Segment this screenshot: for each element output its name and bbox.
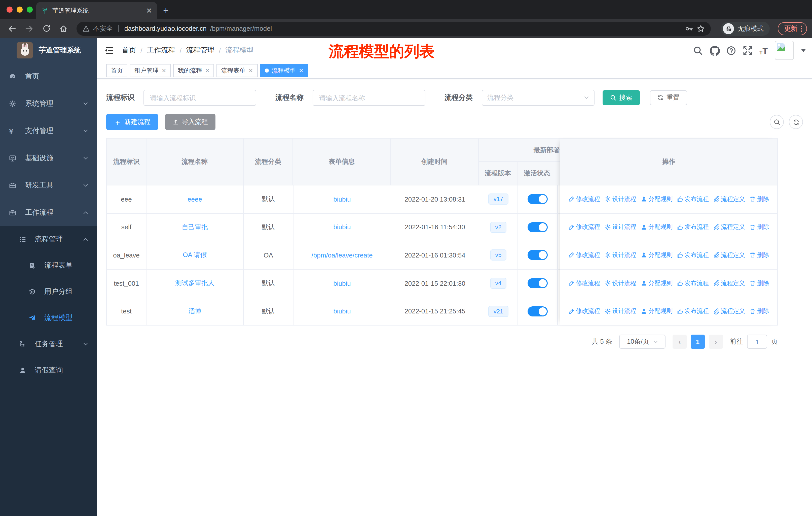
font-size-icon[interactable]: TT (759, 46, 768, 55)
tag-my-process[interactable]: 我的流程✕ (173, 64, 214, 77)
refresh-table-button[interactable] (789, 115, 803, 129)
status-toggle[interactable] (528, 194, 548, 204)
version-badge[interactable]: v17 (479, 185, 518, 213)
fullscreen-icon[interactable] (743, 46, 752, 55)
form-info-link[interactable]: /bpm/oa/leave/create (293, 241, 391, 269)
process-definition-link[interactable]: 流程定义 (713, 195, 745, 203)
tag-home[interactable]: 首页 (106, 64, 127, 77)
assign-rule-link[interactable]: 分配规则 (641, 223, 672, 232)
sidebar-item-home[interactable]: 首页 (0, 63, 97, 90)
process-name-link[interactable]: 测试多审批人 (146, 270, 244, 297)
version-badge[interactable]: v4 (479, 270, 518, 297)
form-info-link[interactable]: biubiu (293, 213, 391, 241)
status-toggle[interactable] (528, 278, 548, 288)
address-bar[interactable]: 不安全 dashboard.yudao.iocoder.cn/bpm/manag… (77, 21, 711, 35)
process-name-link[interactable]: 滔博 (146, 298, 244, 325)
sidebar-item-task-mgmt[interactable]: 任务管理 (0, 331, 97, 357)
process-name-link[interactable]: 自己审批 (146, 213, 244, 241)
design-process-link[interactable]: 设计流程 (605, 195, 636, 203)
window-close-button[interactable] (6, 6, 12, 12)
breadcrumb-item[interactable]: 工作流程 (147, 46, 175, 55)
publish-process-link[interactable]: 发布流程 (677, 307, 709, 316)
status-toggle[interactable] (528, 250, 548, 260)
breadcrumb-item[interactable]: 首页 (122, 46, 136, 55)
sidebar-item-payment[interactable]: ¥ 支付管理 (0, 117, 97, 145)
version-badge[interactable]: v5 (479, 241, 518, 269)
prev-page-button[interactable]: ‹ (672, 334, 687, 349)
page-size-select[interactable]: 10条/页 (619, 334, 666, 349)
modify-process-link[interactable]: 修改流程 (568, 251, 600, 260)
delete-link[interactable]: 删除 (750, 279, 769, 288)
kebab-menu-icon[interactable] (801, 25, 803, 32)
forward-icon[interactable] (22, 21, 36, 35)
publish-process-link[interactable]: 发布流程 (677, 195, 709, 203)
process-definition-link[interactable]: 流程定义 (713, 251, 745, 260)
sidebar-item-leave-query[interactable]: 请假查询 (0, 357, 97, 383)
avatar-caret-icon[interactable] (801, 49, 806, 52)
bookmark-star-icon[interactable] (697, 24, 705, 32)
browser-tab[interactable]: 芋道管理系统 ✕ (36, 2, 157, 19)
sidebar-item-devtools[interactable]: 研发工具 (0, 172, 97, 199)
sidebar-item-process-form[interactable]: 流程表单 (0, 252, 97, 279)
home-icon[interactable] (56, 21, 70, 35)
tag-process-model[interactable]: 流程模型✕ (260, 64, 308, 77)
publish-process-link[interactable]: 发布流程 (677, 279, 709, 288)
sidebar-item-process-mgmt[interactable]: 流程管理 (0, 226, 97, 252)
tag-process-form[interactable]: 流程表单✕ (217, 64, 258, 77)
modify-process-link[interactable]: 修改流程 (568, 195, 600, 203)
publish-process-link[interactable]: 发布流程 (677, 223, 709, 232)
tab-close-icon[interactable]: ✕ (146, 7, 152, 14)
status-toggle[interactable] (528, 222, 548, 232)
key-icon[interactable] (685, 24, 693, 32)
delete-link[interactable]: 删除 (750, 251, 769, 260)
process-key-input[interactable] (143, 90, 256, 106)
tag-close-icon[interactable]: ✕ (249, 67, 253, 74)
process-name-link[interactable]: OA 请假 (146, 241, 244, 269)
sidebar-item-workflow[interactable]: 工作流程 (0, 199, 97, 226)
update-button[interactable]: 更新 (778, 22, 807, 35)
status-toggle[interactable] (528, 306, 548, 316)
process-definition-link[interactable]: 流程定义 (713, 223, 745, 232)
delete-link[interactable]: 删除 (750, 195, 769, 203)
delete-link[interactable]: 删除 (750, 307, 769, 316)
create-process-button[interactable]: ＋ 新建流程 (106, 114, 158, 130)
assign-rule-link[interactable]: 分配规则 (641, 307, 672, 316)
publish-process-link[interactable]: 发布流程 (677, 251, 709, 260)
tag-tenant[interactable]: 租户管理✕ (130, 64, 171, 77)
design-process-link[interactable]: 设计流程 (605, 279, 636, 288)
sidebar-item-process-model[interactable]: 流程模型 (0, 305, 97, 331)
sidebar-item-system[interactable]: 系统管理 (0, 90, 97, 117)
assign-rule-link[interactable]: 分配规则 (641, 251, 672, 260)
assign-rule-link[interactable]: 分配规则 (641, 279, 672, 288)
process-definition-link[interactable]: 流程定义 (713, 307, 745, 316)
user-avatar[interactable] (775, 41, 794, 60)
tag-close-icon[interactable]: ✕ (162, 67, 166, 74)
search-icon[interactable] (693, 46, 702, 55)
form-info-link[interactable]: biubiu (293, 185, 391, 213)
assign-rule-link[interactable]: 分配规则 (641, 195, 672, 203)
goto-page-input[interactable] (747, 334, 767, 349)
window-minimize-button[interactable] (17, 6, 23, 12)
import-process-button[interactable]: 导入流程 (165, 114, 215, 130)
help-icon[interactable] (726, 46, 736, 55)
process-name-link[interactable]: eeee (146, 185, 244, 213)
modify-process-link[interactable]: 修改流程 (568, 307, 600, 316)
delete-link[interactable]: 删除 (750, 223, 769, 232)
version-badge[interactable]: v21 (479, 298, 518, 325)
design-process-link[interactable]: 设计流程 (605, 307, 636, 316)
modify-process-link[interactable]: 修改流程 (568, 279, 600, 288)
process-definition-link[interactable]: 流程定义 (713, 279, 745, 288)
sidebar-item-infra[interactable]: 基础设施 (0, 145, 97, 172)
form-info-link[interactable]: biubiu (293, 298, 391, 325)
category-select[interactable]: 流程分类 (482, 90, 594, 106)
back-icon[interactable] (5, 21, 19, 35)
reload-icon[interactable] (39, 21, 53, 35)
modify-process-link[interactable]: 修改流程 (568, 223, 600, 232)
show-search-button[interactable] (770, 115, 784, 129)
window-zoom-button[interactable] (27, 6, 33, 12)
version-badge[interactable]: v2 (479, 213, 518, 241)
tag-close-icon[interactable]: ✕ (299, 67, 303, 74)
page-1-button[interactable]: 1 (691, 334, 705, 349)
search-button[interactable]: 搜索 (603, 90, 640, 105)
form-info-link[interactable]: biubiu (293, 270, 391, 297)
